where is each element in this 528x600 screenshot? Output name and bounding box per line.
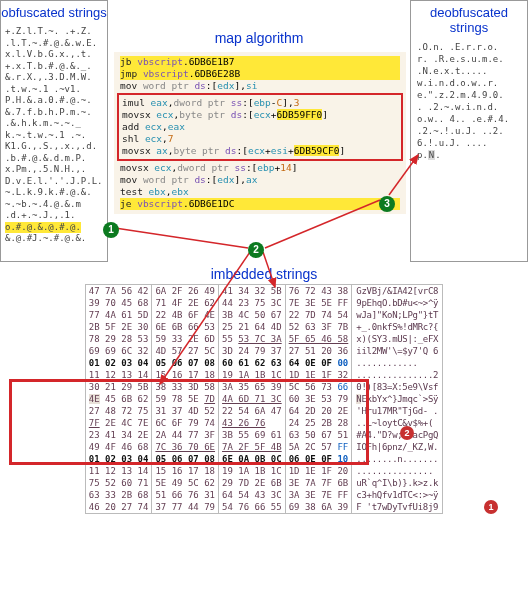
table-row: 75 52 60 715E 49 5C 6229 7D 2E 6B3E 7A 7… bbox=[85, 477, 442, 489]
table-row: 49 4F 46 687C 36 70 6E7A 2F 5F 4B5A 2C 5… bbox=[85, 441, 442, 453]
table-row: 77 4A 61 5D22 4B 6F 4E3B 4C 50 6722 7D 7… bbox=[85, 309, 442, 321]
badge-1: 1 bbox=[103, 222, 119, 238]
obfuscated-list: +.Z.l.T.~. .+.Z..l.T.~.#.@.&.w.E.x.l.V.b… bbox=[1, 24, 107, 247]
badge-3: 3 bbox=[379, 196, 395, 212]
table-row: 2B 5F 2E 306E 6B 66 5325 21 64 4D52 63 3… bbox=[85, 321, 442, 333]
table-row: 47 7A 56 426A 2F 26 4941 34 32 5B76 72 4… bbox=[85, 285, 442, 298]
deobfuscated-list: .O.n. .E.r.r.o.r. .R.e.s.u.m.e. .N.e.x.t… bbox=[411, 39, 527, 163]
red-badge-2: 2 bbox=[400, 426, 414, 440]
table-row: 78 29 28 5359 33 2E 6D55 53 7C 3A5F 65 4… bbox=[85, 333, 442, 345]
embedded-title: imbedded strings bbox=[0, 266, 528, 282]
red-badge-1: 1 bbox=[484, 500, 498, 514]
deobfuscated-header: deobfuscated strings bbox=[411, 1, 527, 39]
hex-table: 47 7A 56 426A 2F 26 4941 34 32 5B76 72 4… bbox=[85, 284, 443, 514]
table-row: 01 02 03 0405 06 07 086E 0A 0B 0C06 0E 0… bbox=[85, 453, 442, 465]
table-row: 23 41 34 2E2A 44 77 3F3B 55 69 6163 50 6… bbox=[85, 429, 442, 441]
table-row: 46 20 27 7437 77 44 7954 76 66 5569 38 6… bbox=[85, 501, 442, 514]
table-row: 30 21 29 5B38 33 3D 583A 35 65 395C 56 7… bbox=[85, 381, 442, 393]
table-row: 69 69 6C 324D 57 27 5C3D 24 79 3727 51 2… bbox=[85, 345, 442, 357]
obfuscated-header: obfuscated strings bbox=[1, 1, 107, 24]
table-row: 01 02 03 0405 06 07 0860 61 62 6364 0E 0… bbox=[85, 357, 442, 369]
table-row: 63 33 2B 6851 66 76 3164 54 43 3C3A 3E 7… bbox=[85, 489, 442, 501]
badge-2: 2 bbox=[248, 242, 264, 258]
table-row: 39 70 45 6871 4F 2E 6244 23 75 3C7E 3E 5… bbox=[85, 297, 442, 309]
table-row: 27 48 72 7531 37 4D 5222 54 6A 4764 2D 2… bbox=[85, 405, 442, 417]
table-row: 11 12 13 1415 16 17 1819 1A 1B 1C1D 1E 1… bbox=[85, 369, 442, 381]
map-algorithm-title: map algorithm bbox=[215, 30, 304, 46]
table-row: 11 12 13 1415 16 17 1819 1A 1B 1C1D 1E 1… bbox=[85, 465, 442, 477]
table-row: 4E 45 6B 6259 78 5E 7D4A 6D 71 3C60 3E 5… bbox=[85, 393, 442, 405]
asm-listing: jb vbscript.6DB6E1B7jmp vbscript.6DB6E28… bbox=[114, 52, 406, 214]
table-row: 7F 2E 4C 7E6C 6F 79 7443 26 7624 25 2B 2… bbox=[85, 417, 442, 429]
